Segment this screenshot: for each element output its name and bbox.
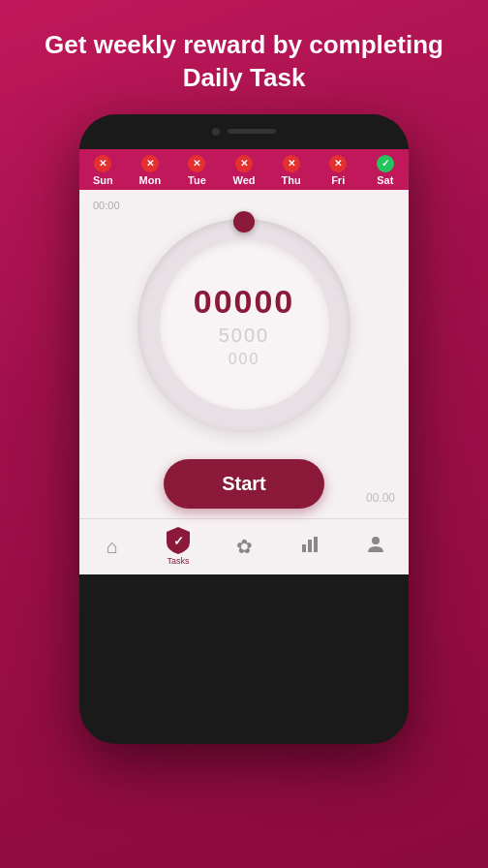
sub-value-2: 000 [229, 351, 260, 368]
nav-home[interactable]: ⌂ [79, 519, 145, 574]
day-icon-tue: ✕ [188, 155, 205, 172]
dial-inner: 00000 5000 000 [160, 240, 329, 410]
start-button[interactable]: Start [164, 459, 324, 509]
day-icon-mon: ✕ [141, 155, 159, 172]
shield-icon: ✓ [167, 527, 190, 554]
day-icon-fri: ✕ [329, 155, 347, 172]
nav-profile[interactable] [343, 519, 409, 574]
day-label-tue: Tue [188, 174, 206, 186]
score-label: 00:00 [93, 200, 120, 211]
day-sat[interactable]: ✓ Sat [361, 149, 409, 190]
day-label-sun: Sun [93, 174, 113, 186]
day-tue[interactable]: ✕ Tue [173, 149, 221, 190]
day-icon-sat: ✓ [377, 155, 394, 172]
day-thu[interactable]: ✕ Thu [267, 149, 315, 190]
svg-rect-1 [302, 544, 306, 552]
bottom-nav: ⌂ ✓ Tasks ✿ [79, 518, 409, 574]
day-icon-sun: ✕ [94, 155, 111, 172]
day-mon[interactable]: ✕ Mon [127, 149, 174, 190]
dial-wrapper: 00000 5000 000 [137, 219, 351, 432]
phone-frame: ✕ Sun ✕ Mon ✕ Tue ✕ Wed ✕ Thu ✕ Fri ✓ Sa… [79, 114, 409, 744]
days-strip: ✕ Sun ✕ Mon ✕ Tue ✕ Wed ✕ Thu ✕ Fri ✓ Sa… [79, 149, 409, 190]
header-title: Get weekly reward by completing Daily Ta… [0, 0, 488, 114]
profile-icon [366, 535, 385, 559]
nav-fan[interactable]: ✿ [211, 519, 277, 574]
sub-value-1: 5000 [219, 325, 270, 347]
day-label-thu: Thu [282, 174, 301, 186]
svg-rect-2 [308, 540, 312, 552]
fan-icon: ✿ [236, 535, 253, 558]
day-fri[interactable]: ✕ Fri [315, 149, 362, 190]
tasks-label: Tasks [167, 556, 189, 566]
main-value: 00000 [194, 283, 295, 321]
dial-outer: 00000 5000 000 [137, 219, 351, 432]
day-icon-thu: ✕ [283, 155, 300, 172]
chart-icon [300, 535, 320, 559]
camera-icon [212, 128, 220, 136]
corner-value: 00.00 [366, 491, 395, 505]
speaker [228, 129, 276, 134]
nav-tasks[interactable]: ✓ Tasks [145, 519, 211, 574]
day-label-mon: Mon [139, 174, 162, 186]
main-content: 00:00 00000 5000 000 Start 00.00 [79, 190, 409, 518]
phone-notch [79, 114, 409, 149]
svg-text:✓: ✓ [173, 534, 184, 548]
svg-rect-3 [314, 537, 318, 552]
day-sun[interactable]: ✕ Sun [79, 149, 127, 190]
day-wed[interactable]: ✕ Wed [221, 149, 268, 190]
day-icon-wed: ✕ [235, 155, 253, 172]
day-label-sat: Sat [377, 174, 393, 186]
home-icon: ⌂ [107, 536, 118, 558]
day-label-wed: Wed [233, 174, 256, 186]
svg-point-4 [372, 537, 380, 544]
day-label-fri: Fri [331, 174, 345, 186]
dial-knob[interactable] [233, 211, 255, 232]
nav-chart[interactable] [277, 519, 343, 574]
